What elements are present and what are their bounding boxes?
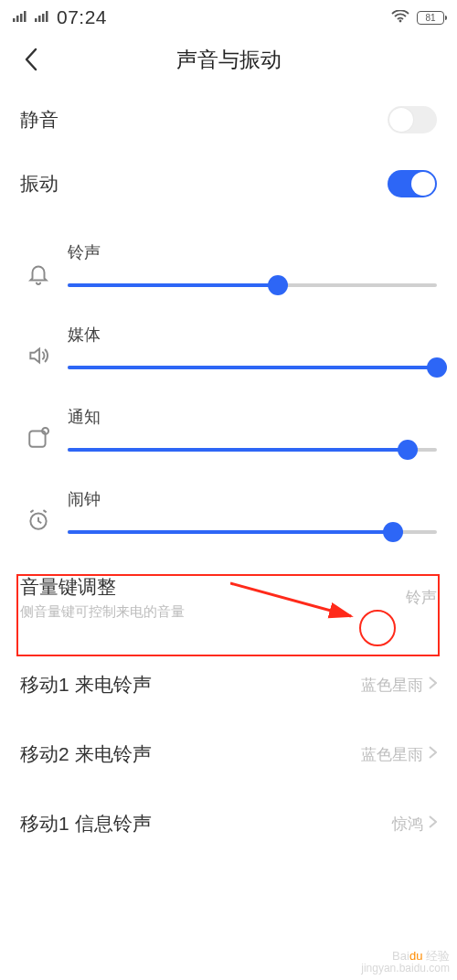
bell-icon [20,241,57,285]
alarm-slider[interactable] [68,530,437,534]
volume-key-value: 铃声 [406,587,437,608]
sim1-msg-label: 移动1 信息铃声 [20,811,152,836]
title-bar: 声音与振动 [0,31,457,88]
sim1-call-value: 蓝色星雨 [361,675,423,696]
svg-rect-0 [13,18,16,22]
media-slider-block: 媒体 [20,324,437,369]
signal-4g-icon [13,11,27,25]
svg-rect-4 [35,18,37,22]
status-time: 07:24 [57,6,107,28]
chevron-right-icon [429,676,437,694]
notification-slider-label: 通知 [68,406,437,428]
back-button[interactable] [16,45,46,74]
status-bar: 07:24 81 [0,0,457,31]
page-title: 声音与振动 [0,46,457,74]
volume-key-row[interactable]: 音量键调整 侧音量键可控制来电的音量 铃声 [0,558,457,637]
media-slider-label: 媒体 [68,324,437,346]
sim1-msg-value: 惊鸿 [392,814,423,835]
status-right: 81 [391,10,444,26]
svg-rect-6 [42,14,45,22]
mute-label: 静音 [20,107,58,133]
watermark-url: jingyan.baidu.com [361,963,450,975]
vibrate-toggle[interactable] [388,170,437,197]
ringtone-slider-label: 铃声 [68,241,437,263]
ringtone-slider-block: 铃声 [20,241,437,287]
svg-rect-7 [46,11,48,22]
svg-rect-2 [20,14,23,22]
sim1-call-label: 移动1 来电铃声 [20,672,152,698]
notification-slider-block: 通知 [20,406,437,452]
notification-slider[interactable] [68,448,437,452]
svg-rect-5 [38,16,41,22]
svg-rect-3 [24,11,27,22]
svg-rect-1 [16,16,19,22]
sim2-call-label: 移动2 来电铃声 [20,741,152,767]
alarm-clock-icon [20,488,57,532]
battery-pct: 81 [425,13,435,23]
volume-sliders: 铃声 媒体 [0,232,457,534]
vibrate-row[interactable]: 振动 [0,152,457,216]
sim1-call-ringtone-row[interactable]: 移动1 来电铃声 蓝色星雨 [0,650,457,719]
speaker-icon [20,324,57,368]
svg-point-8 [399,19,402,22]
status-left: 07:24 [13,6,107,28]
volume-key-title: 音量键调整 [20,574,185,600]
chevron-right-icon [429,745,437,763]
sim2-call-value: 蓝色星雨 [361,744,423,765]
notification-badge-icon [20,406,57,450]
chevron-right-icon [429,815,437,833]
mute-row[interactable]: 静音 [0,88,457,152]
volume-key-subtitle: 侧音量键可控制来电的音量 [20,603,185,621]
media-slider[interactable] [68,366,437,369]
watermark-brand-b: 经验 [426,949,450,963]
vibrate-label: 振动 [20,171,58,197]
ringtone-slider[interactable] [68,283,437,287]
alarm-slider-block: 闹钟 [20,488,437,534]
wifi-icon [391,10,409,26]
watermark: Baidu 经验 jingyan.baidu.com [361,950,450,975]
signal-4g-icon-2 [35,11,49,25]
sim1-msg-ringtone-row[interactable]: 移动1 信息铃声 惊鸿 [0,789,457,842]
alarm-slider-label: 闹钟 [68,488,437,510]
battery-icon: 81 [417,11,444,25]
sim2-call-ringtone-row[interactable]: 移动2 来电铃声 蓝色星雨 [0,719,457,789]
mute-toggle[interactable] [388,106,437,133]
chevron-left-icon [23,47,39,72]
watermark-brand-a: Bai [392,949,409,963]
